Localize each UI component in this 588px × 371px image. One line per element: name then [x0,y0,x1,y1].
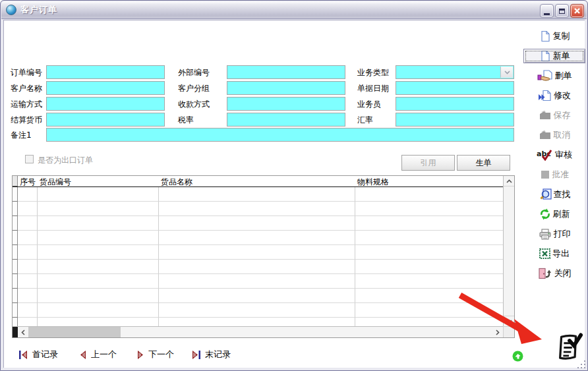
next-record-button[interactable]: 下一个 [136,349,174,360]
table-cell [13,289,18,303]
table-cell [13,231,18,245]
scroll-left-button[interactable] [18,327,28,337]
horizontal-scroll-thumb[interactable] [28,327,121,337]
table-row[interactable] [13,231,503,245]
maximize-button[interactable] [555,4,569,18]
grid-row-indicator [13,327,18,337]
sidebar-button-save[interactable]: 保存 [523,108,585,123]
sidebar-button-find[interactable]: 查找 [523,187,585,202]
doc-date-input[interactable] [396,81,514,95]
table-cell [18,202,38,216]
table-cell [355,245,503,260]
previous-record-icon [79,351,87,359]
minimize-icon [544,13,550,15]
minimize-button[interactable] [540,4,554,18]
reference-button[interactable]: 引用 [401,155,455,171]
table-row[interactable] [13,187,503,202]
sidebar-button-copy[interactable]: 复制 [523,29,585,43]
tax-rate-input[interactable] [227,113,345,127]
grid-body [13,187,503,326]
excel-export-icon [539,248,550,259]
table-cell [159,202,355,216]
column-header-item-no[interactable]: 货品编号 [38,176,159,186]
table-cell [355,289,503,303]
order-no-input[interactable] [46,65,165,79]
table-cell [159,318,355,326]
scroll-up-button[interactable] [504,176,514,186]
salesperson-input[interactable] [396,97,514,111]
table-row[interactable] [13,202,503,216]
table-row[interactable] [13,216,503,231]
next-record-label: 下一个 [148,349,174,360]
column-header-item-name[interactable]: 货品名称 [159,176,355,186]
table-row[interactable] [13,274,503,289]
table-cell [159,245,355,260]
table-cell [38,318,159,326]
items-grid: 序号 货品编号 货品名称 物料规格 [12,175,515,338]
chevron-down-icon [504,71,510,74]
table-cell [355,274,503,289]
sidebar-button-print[interactable]: 打印 [523,227,585,241]
sidebar-button-cancel[interactable]: 取消 [523,128,585,142]
generate-order-button[interactable]: 生单 [457,155,510,171]
table-row[interactable] [13,289,503,303]
previous-record-button[interactable]: 上一个 [79,349,117,360]
chevron-up-icon [506,179,512,183]
transport-mode-label: 运输方式 [11,99,42,110]
external-no-input[interactable] [227,65,345,79]
vertical-scrollbar[interactable] [503,176,514,326]
tax-rate-label: 税率 [178,115,194,126]
table-cell [13,245,18,260]
column-header-spec[interactable]: 物料规格 [355,176,503,186]
table-cell [18,245,38,260]
table-row[interactable] [13,260,503,274]
approve-icon [540,169,550,180]
sidebar-button-export[interactable]: 导出 [523,246,585,261]
export-order-checkbox[interactable] [25,155,34,163]
sidebar-button-delete[interactable]: 删单 [523,69,585,83]
close-button[interactable] [570,4,584,18]
business-type-select[interactable] [396,65,514,79]
customer-name-input[interactable] [46,81,165,95]
sidebar-button-approve[interactable]: 批准 [523,167,585,182]
exchange-rate-label: 汇率 [357,115,373,126]
table-row[interactable] [13,245,503,260]
last-record-button[interactable]: 末记录 [191,349,231,360]
audit-check-icon: abc [537,149,553,161]
table-cell [38,202,159,216]
first-record-button[interactable]: 首记录 [18,349,58,360]
customer-group-label: 客户分组 [178,83,210,94]
column-header-seq[interactable]: 序号 [18,176,38,186]
remark-input[interactable] [46,128,514,142]
transport-mode-input[interactable] [46,97,165,111]
dropdown-button[interactable] [500,67,513,78]
remark-label: 备注1 [11,130,32,141]
settle-currency-input[interactable] [46,113,165,127]
table-row[interactable] [13,303,503,318]
sidebar-button-close[interactable]: 关闭 [523,266,585,281]
sidebar-button-refresh[interactable]: 刷新 [523,207,585,221]
delete-hand-icon [537,70,553,82]
sidebar-button-audit[interactable]: abc 审核 [523,148,585,162]
new-doc-icon [539,50,551,62]
sidebar-button-new[interactable]: 新单 [523,49,585,63]
scroll-down-button[interactable] [504,316,514,326]
order-check-doc-icon [555,332,583,362]
sidebar-button-modify[interactable]: 修改 [523,88,585,103]
horizontal-scrollbar[interactable] [13,326,503,337]
table-cell [38,303,159,318]
table-cell [13,318,18,326]
grid-header: 序号 货品编号 货品名称 物料规格 [13,176,503,187]
first-record-icon [18,351,28,359]
payment-mode-input[interactable] [227,97,345,111]
exchange-rate-input[interactable] [396,113,514,127]
table-cell [159,231,355,245]
resize-grip[interactable] [576,359,585,368]
table-cell [159,303,355,318]
table-row[interactable] [13,318,503,326]
table-cell [18,289,38,303]
external-no-label: 外部编号 [178,67,210,78]
customer-group-input[interactable] [227,81,345,95]
scroll-right-button[interactable] [492,327,503,337]
sidebar-toolbar: 复制 新单 删单 修改 保存 取消 [523,29,585,281]
